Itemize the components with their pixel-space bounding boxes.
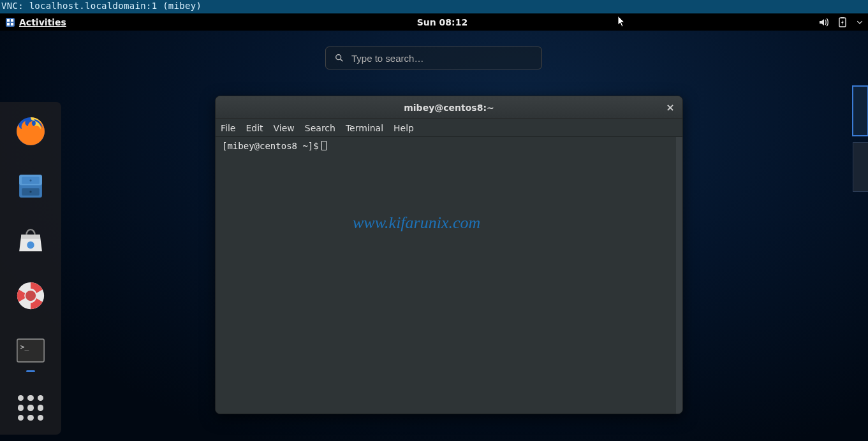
firefox-icon (14, 115, 47, 148)
terminal-menubar: File Edit View Search Terminal Help (216, 119, 682, 137)
menu-view[interactable]: View (274, 123, 295, 133)
svg-point-15 (29, 179, 31, 181)
svg-point-18 (26, 291, 36, 301)
vnc-titlebar: VNC: localhost.localdomain:1 (mibey) (0, 0, 868, 13)
menu-search[interactable]: Search (305, 123, 335, 133)
dock-item-terminal[interactable]: >_ (13, 333, 48, 368)
close-icon: × (666, 101, 674, 113)
workspace-thumb-1[interactable] (853, 86, 868, 136)
terminal-icon: >_ (14, 334, 47, 367)
top-panel: Activities Sun 08:12 (0, 13, 868, 31)
software-icon (14, 224, 47, 257)
dock-item-firefox[interactable] (13, 113, 48, 149)
search-input[interactable] (351, 53, 533, 64)
help-icon (14, 279, 47, 312)
menu-help[interactable]: Help (394, 123, 414, 133)
svg-rect-1 (7, 19, 10, 22)
show-apps-button[interactable] (15, 393, 46, 423)
terminal-body[interactable]: [mibey@centos8 ~]$ (216, 137, 682, 414)
svg-rect-4 (11, 23, 13, 25)
svg-rect-2 (11, 19, 13, 22)
menu-edit[interactable]: Edit (246, 123, 263, 133)
svg-point-13 (29, 191, 31, 192)
activities-icon (5, 17, 15, 27)
svg-text:>_: >_ (20, 342, 29, 351)
svg-rect-6 (841, 17, 844, 18)
terminal-title: mibey@centos8:~ (404, 103, 494, 113)
menu-terminal[interactable]: Terminal (346, 123, 383, 133)
activities-label: Activities (19, 17, 66, 27)
volume-icon (818, 17, 828, 27)
terminal-window: mibey@centos8:~ × File Edit View Search … (215, 96, 683, 414)
terminal-prompt: [mibey@centos8 ~]$ (222, 141, 319, 151)
chevron-down-icon (857, 19, 863, 25)
system-tray[interactable] (818, 17, 863, 27)
battery-icon (837, 17, 848, 27)
dot-icon (18, 395, 24, 401)
workspace-switcher (853, 86, 868, 192)
close-button[interactable]: × (663, 101, 677, 115)
terminal-titlebar[interactable]: mibey@centos8:~ × (216, 96, 682, 119)
terminal-cursor (321, 141, 327, 150)
svg-point-7 (336, 55, 341, 60)
dock-item-help[interactable] (13, 278, 48, 314)
dock-item-software[interactable] (13, 223, 48, 259)
svg-rect-3 (7, 23, 10, 25)
search-icon (335, 54, 344, 62)
overview-search[interactable] (325, 47, 542, 69)
activities-button[interactable]: Activities (5, 17, 66, 27)
clock[interactable]: Sun 08:12 (417, 17, 467, 27)
svg-point-16 (27, 242, 34, 249)
dock-item-files[interactable] (13, 168, 48, 204)
workspace-thumb-2[interactable] (853, 142, 868, 192)
terminal-scrollbar[interactable] (676, 137, 682, 414)
dock: >_ (0, 102, 61, 435)
menu-file[interactable]: File (221, 123, 235, 133)
svg-line-8 (341, 59, 343, 62)
files-icon (14, 170, 47, 203)
